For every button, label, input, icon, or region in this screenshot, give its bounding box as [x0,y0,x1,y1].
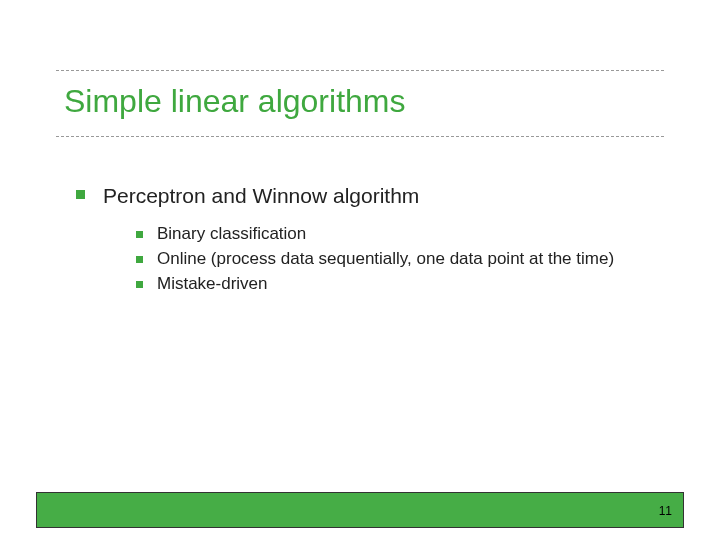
square-bullet-icon [136,281,143,288]
square-bullet-icon [136,231,143,238]
title-box: Simple linear algorithms [56,70,664,137]
content-area: Perceptron and Winnow algorithm Binary c… [76,182,656,298]
sub-point-text: Online (process data sequentially, one d… [157,248,614,271]
sub-point-text: Mistake-driven [157,273,268,296]
bullet-level2: Online (process data sequentially, one d… [136,248,656,271]
bullet-level2: Mistake-driven [136,273,656,296]
slide: Simple linear algorithms Perceptron and … [0,0,720,540]
square-bullet-icon [76,190,85,199]
main-point-text: Perceptron and Winnow algorithm [103,182,419,209]
square-bullet-icon [136,256,143,263]
slide-title: Simple linear algorithms [64,83,656,120]
sublist: Binary classification Online (process da… [136,223,656,296]
sub-point-text: Binary classification [157,223,306,246]
footer-bar [36,492,684,528]
page-number: 11 [659,504,672,518]
bullet-level1: Perceptron and Winnow algorithm [76,182,656,209]
bullet-level2: Binary classification [136,223,656,246]
